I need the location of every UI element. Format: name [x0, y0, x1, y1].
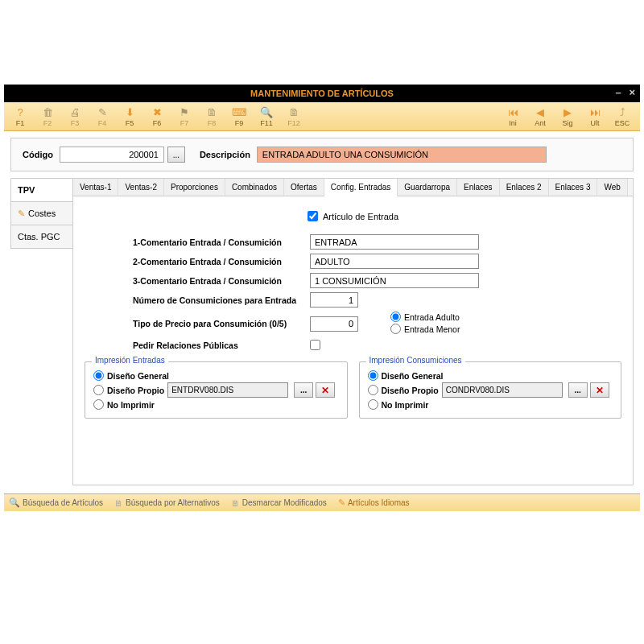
codigo-input[interactable]: [60, 147, 164, 163]
doc-icon: 🗎: [114, 498, 123, 508]
f6-button[interactable]: ✖F6: [144, 104, 170, 130]
search-icon: 🔍: [260, 105, 273, 118]
nav-next-button[interactable]: ▶Sig: [555, 104, 580, 130]
tab-proporciones[interactable]: Proporciones: [164, 179, 225, 196]
tab-enlaces-3[interactable]: Enlaces 3: [549, 179, 598, 196]
f2-button[interactable]: 🗑F2: [35, 104, 60, 130]
toolbar: ?F1 🗑F2 🖨F3 ✎F4 ⬇F5 ✖F6 ⚑F7 🗎F8 ⌨F9 🔍F11…: [4, 102, 640, 131]
entrada-adulto-row[interactable]: Entrada Adulto: [390, 312, 460, 322]
ic-propio-row[interactable]: Diseño Propio: [368, 385, 439, 395]
articulo-entrada-label: Artículo de Entrada: [323, 212, 398, 221]
entrada-menor-row[interactable]: Entrada Menor: [390, 324, 460, 334]
sb-busqueda-alternativos[interactable]: 🗎Búsqueda por Alternativos: [114, 498, 220, 508]
left-tab-costes[interactable]: ✎Costes: [10, 201, 73, 225]
descripcion-input[interactable]: [257, 147, 547, 163]
ie-propio-radio[interactable]: [93, 385, 104, 395]
last-icon: ⏭: [588, 105, 601, 118]
sb-articulos-idiomas[interactable]: ✎Artículos Idiomas: [338, 497, 410, 508]
tab-combinados[interactable]: Combinados: [225, 179, 284, 196]
tab-ofertas[interactable]: Ofertas: [284, 179, 324, 196]
left-tab-ctas-pgc[interactable]: Ctas. PGC: [10, 225, 73, 249]
comentario2-input[interactable]: [310, 254, 479, 269]
descripcion-label: Descripción: [200, 150, 250, 159]
statusbar: 🔍Búsqueda de Artículos 🗎Búsqueda por Alt…: [4, 493, 640, 511]
f5-button[interactable]: ⬇F5: [117, 104, 142, 130]
ic-noimprimir-row[interactable]: No Imprimir: [368, 399, 613, 410]
comentario3-input[interactable]: [310, 273, 479, 288]
app-window: MANTENIMIENTO DE ARTÍCULOS – × ?F1 🗑F2 🖨…: [4, 85, 640, 511]
doc-icon: 🗎: [205, 105, 218, 118]
ie-file-input[interactable]: [167, 382, 288, 398]
codigo-label: Código: [23, 150, 53, 159]
tab-enlaces[interactable]: Enlaces: [457, 179, 500, 196]
ie-propio-row[interactable]: Diseño Propio: [93, 385, 164, 395]
comentario3-label: 3-Comentario Entrada / Consumición: [133, 276, 310, 286]
sb-desmarcar[interactable]: 🗎Desmarcar Modificados: [231, 498, 327, 508]
codigo-lookup-button[interactable]: ...: [167, 147, 185, 163]
comentario1-label: 1-Comentario Entrada / Consumición: [133, 237, 310, 247]
edit-icon: ✎: [18, 208, 25, 219]
doc2-icon: 🗎: [287, 105, 300, 118]
doc-icon: 🗎: [231, 498, 240, 508]
close-button[interactable]: ×: [629, 86, 635, 98]
form-body: Artículo de Entrada 1-Comentario Entrada…: [73, 196, 633, 485]
ic-general-radio[interactable]: [368, 370, 378, 381]
articulo-entrada-checkbox[interactable]: [308, 211, 318, 221]
ie-general-row[interactable]: Diseño General: [93, 370, 339, 381]
next-icon: ▶: [561, 105, 574, 118]
window-title: MANTENIMIENTO DE ARTÍCULOS: [250, 89, 394, 98]
f4-button[interactable]: ✎F4: [89, 104, 115, 130]
ic-noimprimir-radio[interactable]: [368, 399, 378, 410]
ic-file-input[interactable]: [442, 382, 563, 398]
ie-general-radio[interactable]: [93, 370, 104, 381]
ic-general-row[interactable]: Diseño General: [368, 370, 613, 381]
f7-button[interactable]: ⚑F7: [171, 104, 197, 130]
ie-clear-button[interactable]: ✕: [316, 382, 335, 398]
tab-config-entradas[interactable]: Config. Entradas: [324, 179, 398, 196]
nav-last-button[interactable]: ⏭Ult: [582, 104, 608, 130]
tab-web[interactable]: Web: [597, 179, 627, 196]
ic-lookup-button[interactable]: ...: [568, 382, 588, 398]
f3-button[interactable]: 🖨F3: [62, 104, 88, 130]
f12-button[interactable]: 🗎F12: [281, 104, 307, 130]
tipo-precio-label: Tipo de Precio para Consumición (0/5): [133, 319, 310, 328]
num-consumiciones-input[interactable]: [310, 292, 358, 308]
left-tab-tpv[interactable]: TPV: [10, 178, 73, 202]
f9-button[interactable]: ⌨F9: [226, 104, 252, 130]
tab-enlaces-2[interactable]: Enlaces 2: [500, 179, 549, 196]
entrada-menor-radio[interactable]: [390, 324, 401, 334]
left-tabs: TPV ✎Costes Ctas. PGC: [10, 178, 73, 485]
header-row: Código ... Descripción: [10, 138, 634, 171]
comentario2-label: 2-Comentario Entrada / Consumición: [133, 257, 310, 266]
tipo-precio-input[interactable]: [310, 316, 358, 332]
flag-icon: ⚑: [178, 105, 191, 118]
entrada-adulto-radio[interactable]: [390, 312, 401, 322]
search-icon: 🔍: [9, 497, 20, 508]
minimize-button[interactable]: –: [616, 86, 621, 98]
titlebar: MANTENIMIENTO DE ARTÍCULOS – ×: [4, 85, 640, 102]
nav-first-button[interactable]: ⏮Ini: [500, 104, 526, 130]
tab-guardarropa[interactable]: Guardarropa: [398, 179, 457, 196]
f1-button[interactable]: ?F1: [7, 104, 33, 130]
ie-noimprimir-row[interactable]: No Imprimir: [93, 399, 339, 410]
tab-ventas-2[interactable]: Ventas-2: [118, 179, 163, 196]
tab-ventas-1[interactable]: Ventas-1: [73, 179, 118, 196]
trash-icon: 🗑: [41, 105, 54, 118]
ie-lookup-button[interactable]: ...: [294, 382, 313, 398]
impresion-entradas-legend: Impresión Entradas: [92, 356, 168, 365]
nav-prev-button[interactable]: ◀Ant: [527, 104, 553, 130]
ic-clear-button[interactable]: ✕: [590, 382, 609, 398]
keyboard-icon: ⌨: [233, 105, 246, 118]
articulo-entrada-row[interactable]: Artículo de Entrada: [308, 211, 398, 221]
sb-busqueda-articulos[interactable]: 🔍Búsqueda de Artículos: [9, 497, 103, 508]
comentario1-input[interactable]: [310, 234, 479, 250]
impresion-consumiciones-legend: Impresión Consumiciones: [366, 356, 465, 365]
f11-button[interactable]: 🔍F11: [254, 104, 279, 130]
ie-noimprimir-radio[interactable]: [93, 399, 104, 410]
ic-propio-radio[interactable]: [368, 385, 378, 395]
pedir-rrpp-checkbox[interactable]: [310, 340, 320, 350]
print-icon: 🖨: [68, 105, 81, 118]
f8-button[interactable]: 🗎F8: [199, 104, 225, 130]
main-panel: Ventas-1 Ventas-2 Proporciones Combinado…: [72, 178, 634, 485]
esc-button[interactable]: ⤴ESC: [609, 104, 635, 130]
